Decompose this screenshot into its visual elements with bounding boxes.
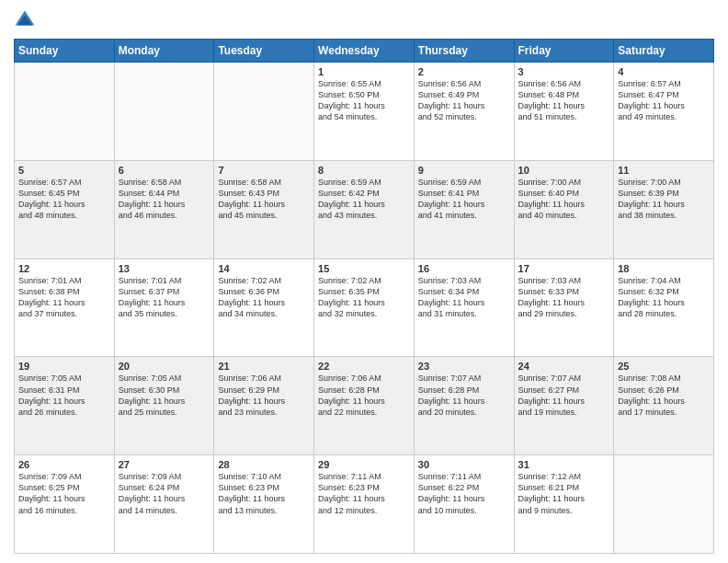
day-cell <box>15 63 115 161</box>
day-number: 12 <box>18 263 110 274</box>
day-cell: 19Sunrise: 7:05 AM Sunset: 6:31 PM Dayli… <box>15 357 115 455</box>
day-number: 20 <box>119 361 210 372</box>
day-header: Saturday <box>614 40 714 63</box>
day-cell: 24Sunrise: 7:07 AM Sunset: 6:27 PM Dayli… <box>514 357 614 455</box>
calendar-table: SundayMondayTuesdayWednesdayThursdayFrid… <box>14 39 714 554</box>
day-header: Friday <box>514 40 614 63</box>
logo <box>14 9 40 31</box>
day-cell: 21Sunrise: 7:06 AM Sunset: 6:29 PM Dayli… <box>214 357 314 455</box>
day-cell: 14Sunrise: 7:02 AM Sunset: 6:36 PM Dayli… <box>214 259 314 357</box>
day-cell: 30Sunrise: 7:11 AM Sunset: 6:22 PM Dayli… <box>414 455 514 554</box>
day-number: 22 <box>318 361 410 372</box>
days-header-row: SundayMondayTuesdayWednesdayThursdayFrid… <box>15 40 714 63</box>
day-cell: 25Sunrise: 7:08 AM Sunset: 6:26 PM Dayli… <box>614 357 714 455</box>
day-info: Sunrise: 7:04 AM Sunset: 6:32 PM Dayligh… <box>618 275 710 320</box>
day-info: Sunrise: 6:59 AM Sunset: 6:42 PM Dayligh… <box>318 177 410 222</box>
day-header: Wednesday <box>314 40 415 63</box>
day-cell: 23Sunrise: 7:07 AM Sunset: 6:28 PM Dayli… <box>414 357 514 455</box>
day-number: 18 <box>618 263 710 274</box>
day-info: Sunrise: 7:00 AM Sunset: 6:39 PM Dayligh… <box>618 177 710 222</box>
day-info: Sunrise: 6:59 AM Sunset: 6:41 PM Dayligh… <box>418 177 510 222</box>
day-cell: 15Sunrise: 7:02 AM Sunset: 6:35 PM Dayli… <box>314 259 415 357</box>
day-info: Sunrise: 6:57 AM Sunset: 6:45 PM Dayligh… <box>18 177 110 222</box>
day-number: 2 <box>418 66 510 77</box>
day-cell: 3Sunrise: 6:56 AM Sunset: 6:48 PM Daylig… <box>514 63 614 161</box>
day-info: Sunrise: 7:01 AM Sunset: 6:37 PM Dayligh… <box>119 275 210 320</box>
day-number: 27 <box>119 459 210 470</box>
day-number: 15 <box>318 263 410 274</box>
day-number: 1 <box>318 66 410 77</box>
day-number: 10 <box>518 165 610 176</box>
day-cell: 18Sunrise: 7:04 AM Sunset: 6:32 PM Dayli… <box>614 259 714 357</box>
day-info: Sunrise: 7:06 AM Sunset: 6:29 PM Dayligh… <box>218 373 310 418</box>
day-number: 24 <box>518 361 610 372</box>
day-number: 16 <box>418 263 510 274</box>
day-cell: 31Sunrise: 7:12 AM Sunset: 6:21 PM Dayli… <box>514 455 614 554</box>
day-number: 14 <box>218 263 310 274</box>
day-number: 13 <box>119 263 210 274</box>
day-info: Sunrise: 7:11 AM Sunset: 6:22 PM Dayligh… <box>418 471 510 516</box>
day-cell: 8Sunrise: 6:59 AM Sunset: 6:42 PM Daylig… <box>314 160 415 259</box>
day-number: 17 <box>518 263 610 274</box>
day-cell: 28Sunrise: 7:10 AM Sunset: 6:23 PM Dayli… <box>214 455 314 554</box>
day-info: Sunrise: 6:57 AM Sunset: 6:47 PM Dayligh… <box>618 78 710 123</box>
day-number: 21 <box>218 361 310 372</box>
day-info: Sunrise: 7:05 AM Sunset: 6:31 PM Dayligh… <box>18 373 110 418</box>
day-info: Sunrise: 7:07 AM Sunset: 6:27 PM Dayligh… <box>518 373 610 418</box>
day-header: Sunday <box>15 40 115 63</box>
day-cell: 29Sunrise: 7:11 AM Sunset: 6:23 PM Dayli… <box>314 455 415 554</box>
day-cell: 22Sunrise: 7:06 AM Sunset: 6:28 PM Dayli… <box>314 357 415 455</box>
week-row: 19Sunrise: 7:05 AM Sunset: 6:31 PM Dayli… <box>15 357 714 455</box>
day-cell: 11Sunrise: 7:00 AM Sunset: 6:39 PM Dayli… <box>614 160 714 259</box>
day-number: 11 <box>618 165 710 176</box>
day-number: 6 <box>119 165 210 176</box>
day-info: Sunrise: 7:10 AM Sunset: 6:23 PM Dayligh… <box>218 471 310 516</box>
day-info: Sunrise: 6:56 AM Sunset: 6:49 PM Dayligh… <box>418 78 510 123</box>
day-cell <box>614 455 714 554</box>
day-info: Sunrise: 7:09 AM Sunset: 6:24 PM Dayligh… <box>119 471 210 516</box>
day-info: Sunrise: 7:09 AM Sunset: 6:25 PM Dayligh… <box>18 471 110 516</box>
day-cell: 5Sunrise: 6:57 AM Sunset: 6:45 PM Daylig… <box>15 160 115 259</box>
day-info: Sunrise: 7:12 AM Sunset: 6:21 PM Dayligh… <box>518 471 610 516</box>
day-info: Sunrise: 7:03 AM Sunset: 6:33 PM Dayligh… <box>518 275 610 320</box>
day-info: Sunrise: 6:55 AM Sunset: 6:50 PM Dayligh… <box>318 78 410 123</box>
week-row: 26Sunrise: 7:09 AM Sunset: 6:25 PM Dayli… <box>15 455 714 554</box>
day-info: Sunrise: 7:11 AM Sunset: 6:23 PM Dayligh… <box>318 471 410 516</box>
day-cell: 20Sunrise: 7:05 AM Sunset: 6:30 PM Dayli… <box>114 357 214 455</box>
day-info: Sunrise: 7:05 AM Sunset: 6:30 PM Dayligh… <box>119 373 210 418</box>
day-cell: 13Sunrise: 7:01 AM Sunset: 6:37 PM Dayli… <box>114 259 214 357</box>
day-cell <box>114 63 214 161</box>
day-info: Sunrise: 7:03 AM Sunset: 6:34 PM Dayligh… <box>418 275 510 320</box>
day-info: Sunrise: 6:58 AM Sunset: 6:43 PM Dayligh… <box>218 177 310 222</box>
day-number: 7 <box>218 165 310 176</box>
day-number: 31 <box>518 459 610 470</box>
header <box>14 9 714 31</box>
logo-icon <box>14 9 36 31</box>
day-info: Sunrise: 7:02 AM Sunset: 6:35 PM Dayligh… <box>318 275 410 320</box>
day-number: 26 <box>18 459 110 470</box>
day-cell: 6Sunrise: 6:58 AM Sunset: 6:44 PM Daylig… <box>114 160 214 259</box>
day-info: Sunrise: 7:01 AM Sunset: 6:38 PM Dayligh… <box>18 275 110 320</box>
day-number: 19 <box>18 361 110 372</box>
day-info: Sunrise: 6:58 AM Sunset: 6:44 PM Dayligh… <box>119 177 210 222</box>
day-number: 23 <box>418 361 510 372</box>
day-cell <box>214 63 314 161</box>
day-info: Sunrise: 7:08 AM Sunset: 6:26 PM Dayligh… <box>618 373 710 418</box>
day-info: Sunrise: 7:07 AM Sunset: 6:28 PM Dayligh… <box>418 373 510 418</box>
day-info: Sunrise: 7:06 AM Sunset: 6:28 PM Dayligh… <box>318 373 410 418</box>
week-row: 12Sunrise: 7:01 AM Sunset: 6:38 PM Dayli… <box>15 259 714 357</box>
week-row: 1Sunrise: 6:55 AM Sunset: 6:50 PM Daylig… <box>15 63 714 161</box>
day-number: 9 <box>418 165 510 176</box>
day-number: 4 <box>618 66 710 77</box>
day-cell: 7Sunrise: 6:58 AM Sunset: 6:43 PM Daylig… <box>214 160 314 259</box>
day-info: Sunrise: 6:56 AM Sunset: 6:48 PM Dayligh… <box>518 78 610 123</box>
day-cell: 1Sunrise: 6:55 AM Sunset: 6:50 PM Daylig… <box>314 63 415 161</box>
day-number: 5 <box>18 165 110 176</box>
day-number: 3 <box>518 66 610 77</box>
day-cell: 16Sunrise: 7:03 AM Sunset: 6:34 PM Dayli… <box>414 259 514 357</box>
day-cell: 2Sunrise: 6:56 AM Sunset: 6:49 PM Daylig… <box>414 63 514 161</box>
day-cell: 4Sunrise: 6:57 AM Sunset: 6:47 PM Daylig… <box>614 63 714 161</box>
day-info: Sunrise: 7:00 AM Sunset: 6:40 PM Dayligh… <box>518 177 610 222</box>
page: SundayMondayTuesdayWednesdayThursdayFrid… <box>0 0 728 563</box>
day-info: Sunrise: 7:02 AM Sunset: 6:36 PM Dayligh… <box>218 275 310 320</box>
